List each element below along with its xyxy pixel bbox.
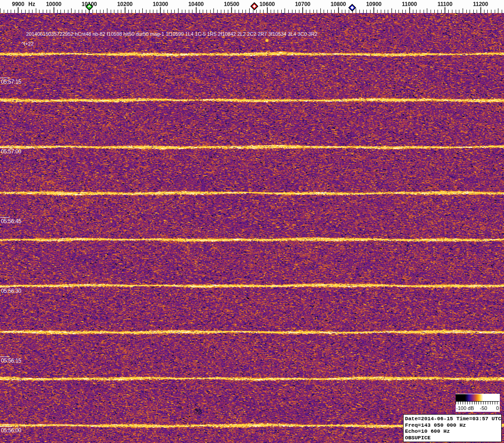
svg-text:10400: 10400 — [188, 1, 204, 7]
svg-text:11000: 11000 — [402, 1, 417, 7]
svg-text:10200: 10200 — [117, 1, 133, 7]
svg-text:10300: 10300 — [153, 1, 168, 7]
svg-text:10900: 10900 — [366, 1, 382, 7]
svg-text:10500: 10500 — [224, 1, 239, 7]
svg-text:Hz: Hz — [28, 1, 35, 7]
svg-text:10000: 10000 — [46, 1, 62, 7]
svg-text:10800: 10800 — [331, 1, 346, 7]
svg-text:10600: 10600 — [259, 1, 275, 7]
svg-text:11100: 11100 — [438, 1, 452, 7]
svg-text:9900: 9900 — [12, 1, 25, 7]
svg-text:10700: 10700 — [295, 1, 311, 7]
svg-text:11200: 11200 — [473, 1, 488, 7]
